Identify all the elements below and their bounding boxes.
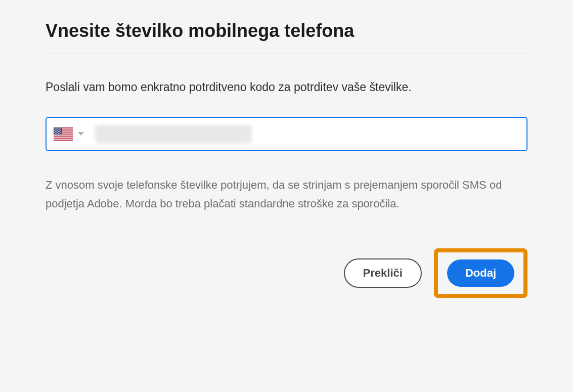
svg-point-20: [59, 130, 60, 131]
us-flag-icon: [54, 127, 73, 141]
svg-rect-6: [54, 139, 73, 140]
cancel-button[interactable]: Prekliči: [344, 258, 422, 288]
svg-point-9: [56, 128, 57, 129]
svg-point-32: [57, 133, 58, 134]
phone-input[interactable]: [252, 127, 519, 141]
svg-point-14: [57, 129, 58, 130]
svg-point-19: [57, 130, 58, 131]
page-title: Vnesite številko mobilnega telefona: [46, 20, 527, 41]
svg-rect-5: [54, 137, 73, 138]
svg-point-34: [60, 133, 61, 134]
divider: [46, 54, 527, 54]
svg-point-10: [57, 128, 58, 129]
svg-point-28: [57, 132, 58, 133]
svg-point-31: [55, 133, 56, 134]
svg-point-30: [60, 132, 61, 133]
svg-point-26: [54, 132, 55, 133]
disclaimer-text: Z vnosom svoje telefonske številke potrj…: [46, 176, 527, 213]
svg-point-25: [60, 131, 61, 132]
svg-point-17: [54, 130, 55, 131]
svg-point-16: [60, 129, 61, 130]
svg-point-12: [60, 128, 61, 129]
svg-point-24: [58, 131, 59, 132]
svg-point-11: [59, 128, 60, 129]
chevron-down-icon: [78, 132, 84, 136]
country-selector[interactable]: [54, 127, 89, 141]
add-button[interactable]: Dodaj: [447, 259, 514, 287]
svg-point-29: [59, 132, 60, 133]
highlight-annotation: Dodaj: [434, 248, 527, 298]
svg-point-15: [58, 129, 59, 130]
svg-point-21: [60, 130, 61, 131]
phone-number-redacted: [95, 125, 252, 143]
svg-point-27: [56, 132, 57, 133]
button-row: Prekliči Dodaj: [46, 248, 527, 298]
phone-input-wrapper[interactable]: [46, 117, 527, 151]
svg-point-18: [56, 130, 57, 131]
description-text: Poslali vam bomo enkratno potrditveno ko…: [46, 78, 527, 97]
svg-point-8: [54, 128, 55, 129]
svg-point-33: [58, 133, 59, 134]
svg-point-13: [55, 129, 56, 130]
dialog-container: Vnesite številko mobilnega telefona Posl…: [46, 20, 527, 298]
svg-rect-4: [54, 135, 73, 136]
svg-point-22: [55, 131, 56, 132]
svg-point-23: [57, 131, 58, 132]
